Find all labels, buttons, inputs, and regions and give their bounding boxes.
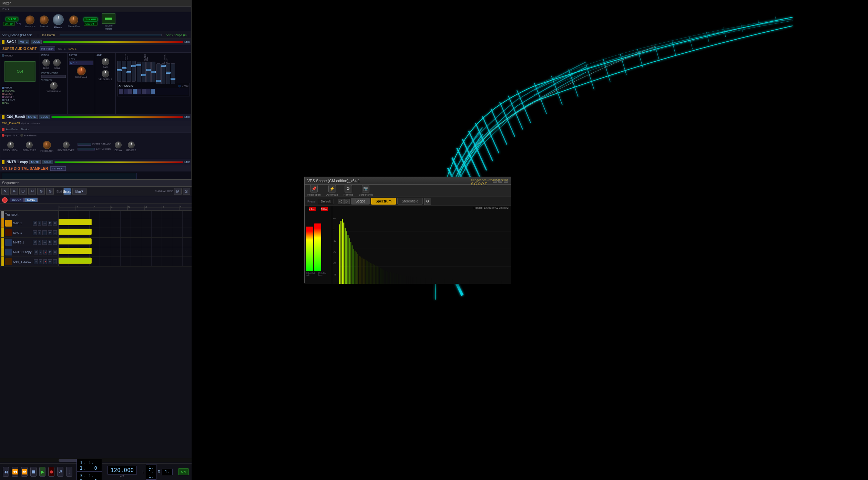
delay-knob[interactable] — [115, 142, 122, 148]
sac1-clip[interactable] — [59, 219, 92, 225]
arp-key8[interactable] — [151, 89, 155, 94]
c64-solo-btn[interactable]: SOLO — [39, 115, 50, 119]
s-btn[interactable]: S — [183, 188, 190, 195]
volume-env-fader4[interactable] — [171, 63, 175, 84]
pitch-env-fader2[interactable] — [122, 61, 126, 82]
c64-clip[interactable] — [59, 258, 92, 264]
c64-seq-x[interactable]: X — [53, 259, 57, 264]
play-btn[interactable]: ▶ — [39, 467, 45, 477]
sac1-seq-mute[interactable]: — — [42, 221, 47, 226]
nntb-clip[interactable] — [59, 238, 92, 244]
bar-dropdown[interactable]: Bar ▾ — [72, 188, 86, 195]
on-off-btn1[interactable]: On / Off — [3, 22, 15, 26]
nntb-copy-s[interactable]: S — [39, 250, 43, 254]
nn19-solo-btn[interactable]: SOLO — [42, 160, 53, 164]
sac1-seq-s[interactable]: S — [38, 221, 42, 226]
nntb-copy-mx[interactable]: M — [48, 250, 52, 254]
pitch-env-fader4[interactable] — [132, 61, 136, 82]
filter-type-display[interactable]: LPF+ — [69, 61, 93, 65]
phase-knob[interactable] — [53, 14, 64, 25]
pitch-env-fader1[interactable] — [117, 61, 121, 82]
rewind-btn[interactable]: ⏪ — [12, 467, 18, 477]
waveform-knob[interactable] — [50, 82, 58, 90]
wavetype-knob[interactable] — [25, 15, 34, 24]
nntb-m[interactable]: M — [33, 240, 37, 245]
sac1-seq-x[interactable]: M — [48, 221, 52, 226]
extra-damage-slider[interactable] — [78, 143, 91, 146]
pan-knob[interactable] — [102, 58, 109, 65]
true-hpf-btn[interactable]: True HPF — [84, 18, 98, 21]
automate-icon[interactable]: ⚡ — [328, 185, 336, 192]
nn19-patch-btn[interactable]: Init_Patch — [50, 166, 66, 171]
sac1b-s[interactable]: S — [38, 230, 42, 235]
nntb-x[interactable]: X — [53, 240, 57, 245]
arp-key7[interactable] — [146, 89, 150, 94]
sac1b-m[interactable]: M — [33, 230, 37, 235]
soft-od-btn[interactable]: Soft OD — [6, 17, 18, 21]
stop-btn[interactable]: ⏹ — [30, 467, 37, 477]
semi-knob[interactable] — [53, 59, 61, 66]
portamento-slider[interactable] — [41, 75, 66, 78]
sac1-solo-btn[interactable]: SOLO — [31, 40, 42, 44]
spectrum-tab[interactable]: Spectrum — [371, 198, 396, 205]
pitch-env-fader3[interactable] — [127, 61, 131, 82]
on-indicator[interactable]: ON — [178, 468, 189, 475]
filter-env-fader3[interactable] — [146, 62, 151, 82]
sac1b-x[interactable]: X — [53, 230, 57, 235]
sac1b-clip[interactable] — [59, 229, 92, 235]
c64-seq-s[interactable]: S — [39, 259, 43, 264]
filter-env-fader4[interactable] — [151, 62, 155, 82]
loop-btn[interactable]: ↺ — [57, 467, 63, 477]
sac1b-mute[interactable]: — — [42, 230, 47, 235]
block-btn[interactable]: BLOCK — [10, 198, 24, 202]
tab-next[interactable]: ▷ — [344, 199, 350, 204]
resolution-knob[interactable] — [7, 142, 14, 148]
extra-body-slider[interactable] — [78, 148, 95, 150]
stereofield-tab[interactable]: Stereofield — [397, 198, 423, 205]
preset-bar-fader[interactable] — [60, 34, 162, 36]
reverb-type-knob[interactable] — [63, 142, 70, 148]
arp-key1[interactable] — [119, 89, 123, 94]
feedback-knob[interactable] — [43, 141, 51, 149]
tool-scissors[interactable]: ✂ — [28, 188, 36, 195]
snap-btn[interactable]: Snap — [63, 188, 71, 195]
nn19-mute-btn[interactable]: MUTE — [29, 160, 41, 164]
nntb-mute[interactable]: — — [42, 240, 47, 245]
tab-prev[interactable]: ◁ — [338, 199, 344, 204]
c64-mute-btn[interactable]: MUTE — [26, 115, 38, 119]
reverb-knob[interactable] — [128, 142, 135, 148]
arp-key4[interactable] — [133, 89, 137, 94]
tool-zoom-out[interactable]: ⊖ — [46, 188, 54, 195]
nntb-s[interactable]: S — [38, 240, 42, 245]
arp-key2[interactable] — [124, 89, 128, 94]
c64-seq-mx[interactable]: M — [48, 259, 52, 264]
default-preset[interactable]: Default — [318, 199, 334, 204]
scope-tab[interactable]: Scope — [351, 198, 370, 205]
rewind-to-start[interactable]: ⏮ — [3, 467, 9, 477]
velo-knob[interactable] — [102, 70, 109, 77]
on-off-btn2[interactable]: On / Off — [84, 22, 98, 26]
m-btn[interactable]: M — [174, 188, 182, 195]
volume-env-fader3[interactable] — [166, 63, 170, 84]
arp-key6[interactable] — [142, 89, 146, 94]
tool-select[interactable]: ↖ — [1, 188, 9, 195]
c64-seq-m[interactable]: M — [34, 259, 38, 264]
click-btn[interactable]: ♩ — [66, 467, 72, 477]
sac1b-mx[interactable]: M — [48, 230, 52, 235]
volume-env-fader2[interactable] — [161, 63, 165, 84]
arp-key3[interactable] — [128, 89, 132, 94]
c64-seq-mute[interactable]: ● — [43, 259, 47, 264]
tune-knob[interactable] — [42, 59, 50, 66]
phase-pan-knob[interactable] — [69, 15, 78, 24]
filter-env-fader1[interactable] — [137, 62, 141, 82]
nntb-mx[interactable]: M — [48, 240, 52, 245]
tool-zoom-in[interactable]: ⊕ — [37, 188, 45, 195]
sac1-seq-m[interactable]: M — [33, 221, 37, 226]
remote-icon[interactable]: ⚙ — [345, 185, 352, 192]
resonance-knob[interactable] — [77, 66, 86, 75]
rec-btn[interactable]: ⏺ — [48, 467, 54, 477]
amount-knob[interactable] — [40, 15, 49, 24]
forward-btn[interactable]: ⏩ — [21, 467, 28, 477]
nntb-copy-x[interactable]: X — [53, 250, 57, 254]
filter-env-fader2[interactable] — [142, 62, 146, 82]
